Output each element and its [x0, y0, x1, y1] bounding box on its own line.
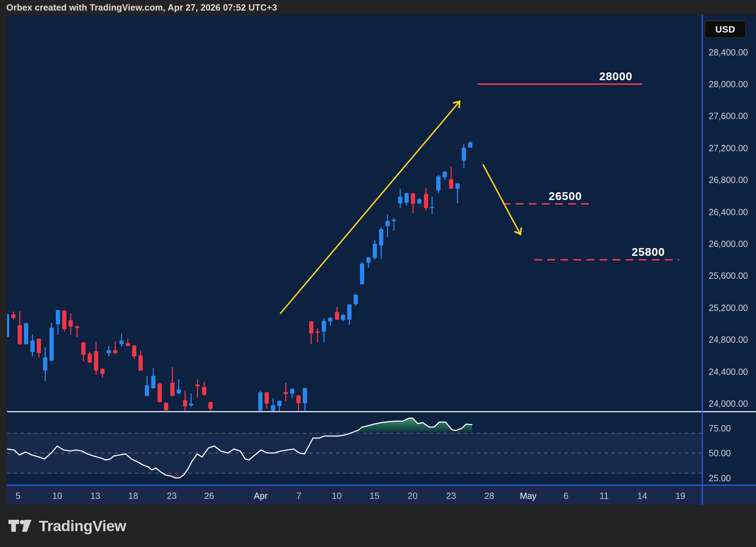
time-axis-label: 28 — [484, 490, 494, 501]
candle-body — [183, 400, 187, 406]
candle-body — [208, 402, 213, 409]
footer-bar: TradingView — [0, 505, 756, 547]
time-axis-label: 23 — [167, 490, 177, 501]
candle-body — [75, 326, 79, 328]
rsi-band — [7, 433, 702, 473]
candle-body — [392, 220, 396, 221]
price-axis-label: 28,400.00 — [709, 47, 748, 58]
price-axis-label: 26,400.00 — [709, 207, 748, 217]
candle-body — [430, 207, 434, 208]
candle-body — [18, 325, 22, 345]
time-axis-label: 18 — [128, 490, 138, 501]
candle-body — [322, 321, 326, 332]
time-axis-label: 10 — [332, 490, 342, 501]
candle-body — [449, 179, 453, 189]
candle-body — [126, 343, 130, 346]
candle-body — [341, 315, 345, 320]
candle-body — [398, 197, 402, 204]
candle-body — [119, 341, 124, 344]
candle-body — [347, 305, 352, 320]
price-axis-label: 28,000.00 — [709, 79, 748, 89]
price-axis-label: 25,200.00 — [709, 302, 748, 313]
time-axis-label: 7 — [296, 490, 301, 501]
price-axis-label: 27,600.00 — [709, 111, 748, 121]
candle-body — [37, 339, 41, 353]
candle-body — [354, 295, 358, 304]
time-axis-label: 14 — [637, 490, 647, 501]
candle-body — [290, 389, 294, 394]
candle-body — [170, 383, 175, 396]
time-axis-label: Apr — [254, 490, 268, 501]
candle-body — [145, 385, 149, 396]
candle-body — [138, 355, 143, 371]
candle-body — [107, 350, 111, 353]
candle-body — [258, 392, 262, 411]
candle-body — [43, 357, 47, 371]
candle-body — [164, 403, 168, 410]
time-axis-label: 15 — [370, 490, 379, 501]
candle-body — [24, 323, 28, 344]
time-axis-label: 19 — [675, 490, 685, 501]
candle-body — [436, 176, 441, 190]
candle-body — [56, 310, 60, 324]
candle-body — [303, 388, 307, 403]
candle-body — [443, 172, 447, 177]
rsi-axis-label: 75.00 — [709, 423, 731, 434]
price-axis-label: 26,800.00 — [709, 175, 748, 185]
candle-body — [94, 351, 98, 371]
candle-body — [360, 264, 364, 284]
candle-body — [404, 193, 409, 203]
price-axis-label: 26,000.00 — [709, 239, 748, 249]
candle-body — [315, 331, 320, 333]
currency-badge: USD — [704, 20, 746, 38]
left-gutter — [0, 15, 7, 505]
price-axis-label: 24,400.00 — [709, 366, 748, 377]
price-axis-label: 27,200.00 — [709, 143, 748, 153]
candle-body — [62, 311, 66, 329]
candle-body — [373, 244, 377, 258]
candle-body — [379, 229, 383, 246]
level-price-label[interactable]: 25800 — [632, 246, 665, 259]
price-axis-label: 24,000.00 — [709, 398, 748, 409]
rsi-axis-label: 50.00 — [709, 448, 731, 458]
time-axis-label: 20 — [408, 490, 418, 501]
price-axis-label: 24,800.00 — [709, 334, 748, 345]
time-axis-label: 6 — [563, 490, 568, 501]
candle-body — [113, 350, 117, 353]
chart-canvas[interactable] — [0, 0, 756, 547]
level-price-label[interactable]: 28000 — [599, 70, 632, 83]
time-axis[interactable] — [7, 486, 702, 505]
candle-body — [177, 389, 181, 393]
candle-body — [195, 384, 200, 386]
candle-body — [189, 404, 193, 405]
candle-body — [132, 346, 136, 357]
tradingview-logo[interactable]: TradingView — [8, 517, 126, 535]
candle-body — [309, 321, 313, 333]
candle-body — [49, 328, 54, 361]
time-axis-label: 13 — [90, 490, 100, 501]
candle-body — [417, 199, 421, 204]
candle-body — [277, 401, 282, 406]
candle-body — [271, 405, 275, 411]
candle-body — [88, 354, 92, 363]
time-axis-label: 10 — [52, 490, 62, 501]
rsi-axis-label: 25.00 — [709, 473, 731, 483]
candle-body — [69, 320, 73, 327]
time-axis-label: 23 — [446, 490, 456, 501]
candle-body — [455, 183, 460, 189]
candle-body — [100, 369, 105, 374]
candle-body — [366, 258, 371, 263]
candle-body — [81, 342, 85, 355]
candle-body — [202, 387, 206, 395]
candle-body — [11, 314, 16, 318]
price-axis-label: 25,600.00 — [709, 270, 748, 281]
candle-body — [335, 312, 339, 320]
time-axis-label: May — [520, 490, 536, 501]
time-axis-label: 11 — [600, 490, 609, 501]
time-axis-label: 5 — [16, 490, 20, 501]
time-axis-label: 26 — [204, 490, 214, 501]
candle-body — [462, 148, 466, 161]
snapshot-header: Orbex created with TradingView.com, Apr … — [0, 0, 756, 15]
level-price-label[interactable]: 26500 — [549, 190, 582, 203]
candle-body — [468, 142, 472, 148]
